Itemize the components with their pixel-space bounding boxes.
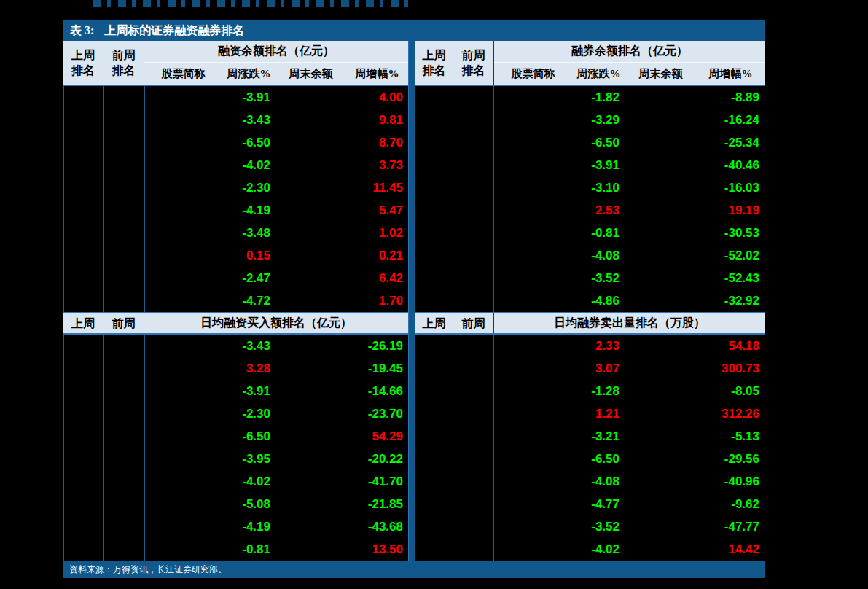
cell-chg: -3.52 — [572, 515, 625, 538]
cell-bal — [625, 176, 696, 199]
table-row: -0.8113.50 — [64, 538, 408, 561]
cell-rank1 — [415, 515, 453, 538]
cell-bal — [276, 515, 347, 538]
cell-rank1 — [415, 402, 453, 425]
cell-chg: -3.29 — [572, 109, 625, 131]
cell-name — [494, 154, 572, 176]
cell-name — [145, 380, 223, 402]
cell-inc: -21.85 — [347, 493, 409, 515]
cell-bal — [625, 154, 696, 176]
col-header-weekend-balance: 周末余额 — [625, 63, 696, 85]
cell-rank1 — [415, 335, 453, 357]
cell-name — [494, 493, 572, 515]
table-row: -3.29-16.24 — [415, 109, 765, 131]
margin-trading-table: 表 3:上周标的证券融资融券排名 上周 排名 前周 排名 融资余额排 — [63, 20, 765, 578]
daily-lending-sell-rows: 2.3354.183.07300.73-1.28-8.051.21312.26-… — [415, 335, 765, 561]
cell-rank2 — [453, 199, 494, 222]
cell-rank2 — [453, 493, 494, 515]
cell-chg: -3.10 — [572, 176, 625, 199]
table-row: -0.81-30.53 — [415, 222, 765, 244]
cell-rank2 — [453, 402, 494, 425]
col-header-stock-name: 股票简称 — [494, 63, 572, 85]
cell-inc: 13.50 — [347, 538, 409, 561]
cell-rank1 — [415, 357, 453, 380]
cell-rank1 — [415, 131, 453, 154]
cell-inc: 11.45 — [347, 176, 409, 199]
cell-inc: -52.43 — [696, 267, 765, 289]
cell-chg: -6.50 — [572, 131, 625, 154]
cell-chg: -3.21 — [572, 425, 625, 448]
col-header-weekly-change: 周涨跌% — [572, 63, 625, 85]
cell-rank1 — [64, 357, 104, 380]
cell-rank1 — [64, 109, 104, 131]
cell-rank2 — [453, 515, 494, 538]
cell-name — [494, 176, 572, 199]
cell-bal — [276, 402, 347, 425]
cell-name — [145, 448, 223, 470]
table-title-bar: 表 3:上周标的证券融资融券排名 — [63, 20, 765, 41]
cell-bal — [276, 448, 347, 470]
cell-rank2 — [453, 470, 494, 493]
cell-bal — [625, 425, 696, 448]
cell-inc: -23.70 — [347, 402, 409, 425]
table-row: -1.28-8.05 — [415, 380, 765, 402]
cell-name — [145, 402, 223, 425]
cell-chg: 2.53 — [572, 199, 625, 222]
cell-rank2 — [453, 538, 494, 561]
cell-name — [145, 222, 223, 244]
cell-inc: 300.73 — [696, 357, 765, 380]
cell-rank1 — [64, 154, 104, 176]
cell-chg: -4.72 — [223, 289, 276, 312]
table-row: -3.91-40.46 — [415, 154, 765, 176]
cell-inc: 8.70 — [347, 131, 409, 154]
financing-balance-rows: -3.914.00-3.439.81-6.508.70-4.023.73-2.3… — [63, 86, 408, 312]
cell-inc: 4.00 — [347, 86, 409, 109]
cell-name — [145, 267, 223, 289]
cell-rank2 — [453, 244, 494, 267]
table-row: -4.195.47 — [64, 199, 408, 222]
cell-rank1 — [64, 448, 104, 470]
cell-name — [145, 176, 223, 199]
cell-rank2 — [104, 448, 145, 470]
cell-rank1 — [64, 335, 104, 357]
cell-bal — [625, 380, 696, 402]
cell-inc: 5.47 — [347, 199, 409, 222]
cell-chg: -0.81 — [223, 538, 276, 561]
cell-rank2 — [104, 402, 145, 425]
cell-rank1 — [64, 199, 104, 222]
cell-bal — [276, 289, 347, 312]
cell-name — [494, 109, 572, 131]
cell-inc: -32.92 — [696, 289, 765, 312]
right-half: 上周 排名 前周 排名 融券余额排名（亿元） 股票简称 周涨跌% 周末余额 周增… — [415, 41, 765, 561]
table-row: -4.023.73 — [64, 154, 408, 176]
cell-chg: 3.07 — [572, 357, 625, 380]
col-header-prev-week: 前周 — [453, 313, 494, 333]
cell-rank1 — [415, 470, 453, 493]
cell-bal — [276, 131, 347, 154]
left-half: 上周 排名 前周 排名 融资余额排名（亿元） 股票简称 周涨跌% 周末余额 周增… — [63, 41, 408, 561]
cell-chg: -3.91 — [572, 154, 625, 176]
cell-name — [145, 335, 223, 357]
cell-chg: -2.30 — [223, 402, 276, 425]
table-row: -4.08-52.02 — [415, 244, 765, 267]
cell-inc: 1.02 — [347, 222, 409, 244]
cell-inc: -8.89 — [696, 86, 765, 109]
cell-inc: -19.45 — [347, 357, 409, 380]
cell-chg: -0.81 — [572, 222, 625, 244]
cell-bal — [276, 222, 347, 244]
cell-chg: 2.33 — [572, 335, 625, 357]
table-row: 2.5319.19 — [415, 199, 765, 222]
table-row: -1.82-8.89 — [415, 86, 765, 109]
col-header-last-week-rank: 上周 排名 — [63, 41, 103, 85]
cell-chg: -1.82 — [572, 86, 625, 109]
cell-rank1 — [415, 86, 453, 109]
cell-inc: -30.53 — [696, 222, 765, 244]
cell-rank1 — [64, 515, 104, 538]
cell-inc: -41.70 — [347, 470, 409, 493]
cell-chg: -3.43 — [223, 335, 276, 357]
financing-balance-header: 上周 排名 前周 排名 融资余额排名（亿元） 股票简称 周涨跌% 周末余额 周增… — [63, 41, 408, 86]
cell-rank1 — [64, 402, 104, 425]
cell-name — [145, 244, 223, 267]
cell-chg: -4.19 — [223, 515, 276, 538]
cell-rank1 — [64, 538, 104, 561]
